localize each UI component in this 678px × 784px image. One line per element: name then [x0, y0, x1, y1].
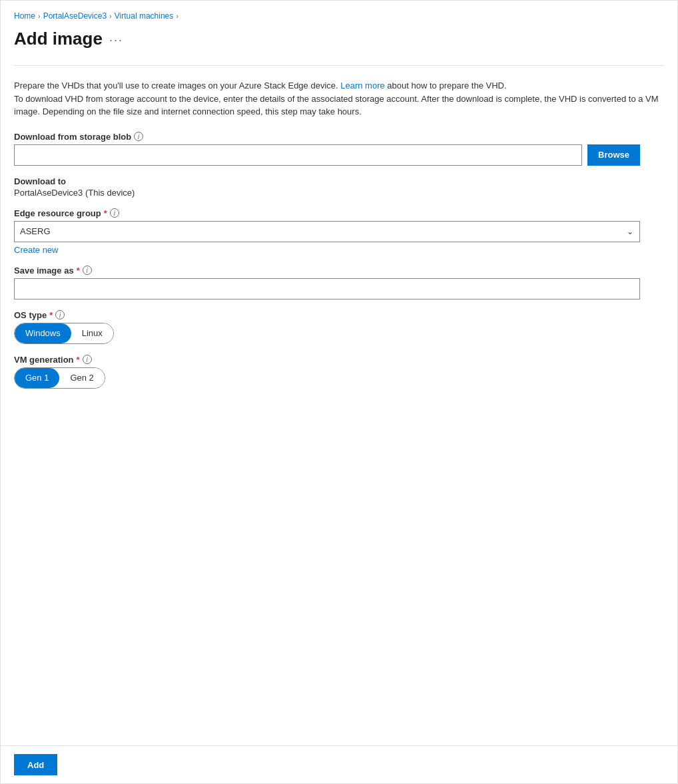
- storage-blob-input[interactable]: [14, 144, 582, 166]
- page-title: Add image: [14, 29, 103, 49]
- storage-blob-label-text: Download from storage blob: [14, 132, 131, 142]
- footer: Add: [1, 745, 677, 783]
- save-image-as-label-text: Save image as: [14, 266, 74, 276]
- save-image-as-field-group: Save image as * i: [14, 266, 640, 299]
- save-image-as-required: *: [77, 266, 80, 276]
- page-header: Add image ···: [14, 29, 664, 49]
- vm-generation-info-icon[interactable]: i: [83, 355, 92, 364]
- vm-generation-gen1-button[interactable]: Gen 1: [15, 368, 59, 388]
- browse-button[interactable]: Browse: [587, 144, 640, 166]
- storage-blob-info-icon[interactable]: i: [134, 132, 143, 141]
- os-type-windows-button[interactable]: Windows: [15, 323, 71, 343]
- save-image-as-input[interactable]: [14, 278, 640, 299]
- edge-resource-group-required: *: [104, 208, 107, 218]
- download-to-label: Download to: [14, 176, 640, 186]
- vm-generation-field-group: VM generation * i Gen 1 Gen 2: [14, 355, 640, 389]
- main-content: Home › PortalAseDevice3 › Virtual machin…: [1, 1, 677, 745]
- storage-blob-label: Download from storage blob i: [14, 132, 640, 142]
- description-line2: To download VHD from storage account to …: [14, 93, 664, 118]
- download-to-section: Download to PortalAseDevice3 (This devic…: [14, 176, 640, 198]
- save-image-as-label: Save image as * i: [14, 266, 640, 276]
- header-divider: [14, 65, 664, 66]
- edge-resource-group-select[interactable]: ASERG: [14, 221, 640, 242]
- add-button[interactable]: Add: [14, 754, 57, 775]
- breadcrumb-sep-2: ›: [109, 12, 112, 20]
- breadcrumb-home[interactable]: Home: [14, 11, 35, 21]
- save-image-as-info-icon[interactable]: i: [83, 266, 92, 275]
- form-section: Download from storage blob i Browse Down…: [14, 132, 640, 389]
- edge-resource-group-info-icon[interactable]: i: [110, 208, 119, 218]
- os-type-info-icon[interactable]: i: [55, 310, 65, 319]
- vm-generation-label: VM generation * i: [14, 355, 640, 365]
- more-options-button[interactable]: ···: [109, 33, 123, 47]
- vm-generation-required: *: [77, 355, 80, 365]
- description-line1-prefix: Prepare the VHDs that you'll use to crea…: [14, 81, 340, 91]
- vm-generation-gen2-button[interactable]: Gen 2: [59, 368, 104, 388]
- breadcrumb-vms[interactable]: Virtual machines: [115, 11, 174, 21]
- breadcrumb-sep-1: ›: [38, 12, 41, 20]
- storage-blob-row: Browse: [14, 144, 640, 166]
- os-type-toggle-group: Windows Linux: [14, 323, 114, 344]
- breadcrumb-device[interactable]: PortalAseDevice3: [43, 11, 107, 21]
- vm-generation-toggle-group: Gen 1 Gen 2: [14, 367, 105, 389]
- os-type-linux-button[interactable]: Linux: [71, 323, 113, 343]
- create-new-link[interactable]: Create new: [14, 245, 58, 255]
- description-section: Prepare the VHDs that you'll use to crea…: [14, 79, 664, 118]
- os-type-label-text: OS type: [14, 310, 47, 320]
- os-type-required: *: [49, 310, 53, 320]
- description-line1-suffix: about how to prepare the VHD.: [385, 81, 507, 91]
- edge-resource-group-select-wrapper: ASERG ⌄: [14, 221, 640, 242]
- breadcrumb: Home › PortalAseDevice3 › Virtual machin…: [14, 11, 664, 21]
- edge-resource-group-label-text: Edge resource group: [14, 208, 101, 218]
- edge-resource-group-field-group: Edge resource group * i ASERG ⌄ Create n…: [14, 208, 640, 255]
- edge-resource-group-label: Edge resource group * i: [14, 208, 640, 218]
- storage-blob-field-group: Download from storage blob i Browse: [14, 132, 640, 166]
- os-type-field-group: OS type * i Windows Linux: [14, 310, 640, 344]
- vm-generation-label-text: VM generation: [14, 355, 74, 365]
- page-container: Home › PortalAseDevice3 › Virtual machin…: [0, 0, 678, 784]
- learn-more-link[interactable]: Learn more: [340, 81, 384, 91]
- breadcrumb-sep-3: ›: [176, 12, 178, 20]
- os-type-label: OS type * i: [14, 310, 640, 320]
- download-to-value: PortalAseDevice3 (This device): [14, 188, 640, 198]
- description-line1: Prepare the VHDs that you'll use to crea…: [14, 79, 664, 93]
